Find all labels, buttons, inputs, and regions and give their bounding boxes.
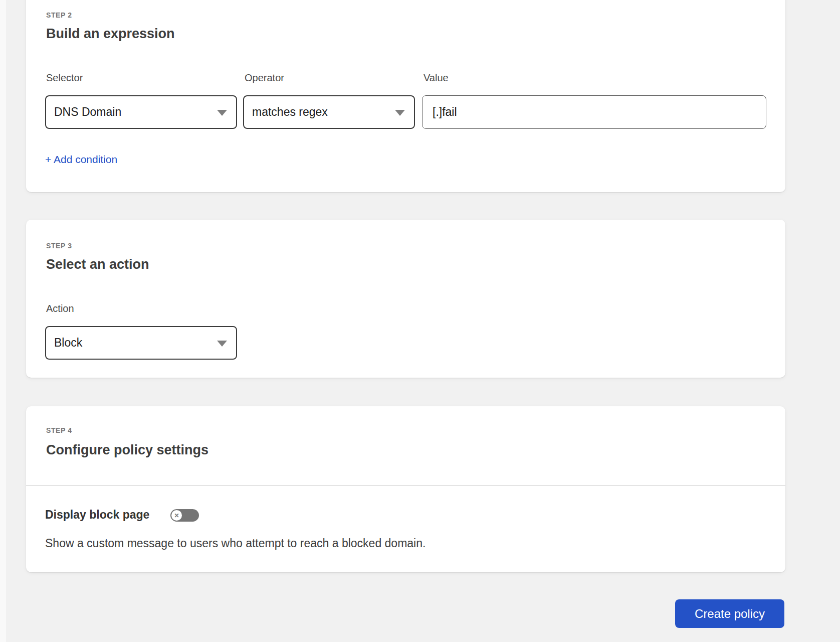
operator-dropdown[interactable]: matches regex: [243, 95, 415, 129]
chevron-down-icon: [395, 110, 405, 116]
selector-dropdown-value: DNS Domain: [54, 105, 121, 119]
display-block-page-toggle[interactable]: ✕: [170, 509, 199, 522]
selector-dropdown[interactable]: DNS Domain: [45, 95, 237, 129]
create-policy-button[interactable]: Create policy: [675, 599, 784, 628]
display-block-page-description: Show a custom message to users who attem…: [45, 537, 426, 550]
chevron-down-icon: [217, 341, 227, 347]
toggle-knob-off-icon: ✕: [171, 510, 182, 521]
action-dropdown[interactable]: Block: [45, 326, 237, 360]
display-block-page-label: Display block page: [45, 508, 149, 522]
card-section-divider: [26, 485, 785, 486]
step2-title: Build an expression: [46, 26, 175, 42]
step3-title: Select an action: [46, 257, 149, 272]
step4-label: STEP 4: [46, 426, 72, 434]
step4-card: STEP 4 Configure policy settings Display…: [26, 406, 785, 572]
add-condition-link[interactable]: + Add condition: [45, 153, 117, 166]
step3-card: STEP 3 Select an action Action Block: [26, 220, 785, 378]
action-field-label: Action: [46, 303, 74, 314]
step4-title: Configure policy settings: [46, 442, 208, 458]
value-input[interactable]: [422, 95, 766, 129]
step2-card: STEP 2 Build an expression Selector DNS …: [26, 0, 785, 192]
chevron-down-icon: [217, 110, 227, 116]
action-dropdown-value: Block: [54, 336, 82, 350]
step3-label: STEP 3: [46, 242, 72, 250]
operator-field-label: Operator: [245, 72, 284, 84]
value-field-label: Value: [424, 72, 449, 84]
page-left-gutter: [0, 0, 6, 642]
step2-label: STEP 2: [46, 11, 72, 19]
operator-dropdown-value: matches regex: [252, 105, 328, 119]
selector-field-label: Selector: [46, 72, 83, 84]
